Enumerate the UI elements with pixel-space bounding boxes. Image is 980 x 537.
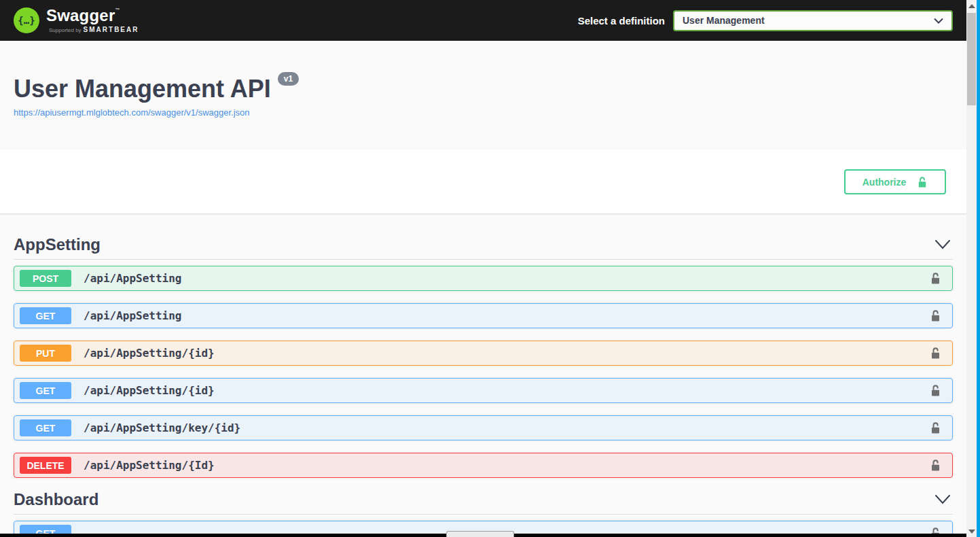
- endpoint-row[interactable]: PUT /api/AppSetting/{id}: [14, 341, 953, 366]
- endpoint-auth-lock[interactable]: [930, 272, 941, 285]
- method-badge: PUT: [20, 345, 71, 362]
- api-section: Dashboard GET: [14, 490, 953, 537]
- unlocked-padlock-icon: [930, 421, 941, 434]
- scheme-container: Authorize: [0, 150, 966, 213]
- sections: AppSetting POST /api/AppSetting GET /api…: [0, 213, 966, 537]
- method-badge: POST: [20, 270, 71, 287]
- scrollbar-up-arrow-icon[interactable]: [968, 4, 975, 8]
- endpoint-path: /api/AppSetting/key/{id}: [84, 421, 240, 434]
- unlocked-padlock-icon: [930, 272, 941, 285]
- supported-by-line: Supported bySMARTBEAR: [46, 26, 139, 33]
- swagger-ui: {…} Swagger™ Supported bySMARTBEAR Selec…: [0, 0, 966, 537]
- definition-selected-value: User Management: [683, 15, 765, 26]
- endpoint-auth-lock[interactable]: [930, 421, 941, 434]
- section-divider: [14, 259, 953, 260]
- swagger-braces-icon: {…}: [14, 7, 39, 33]
- version-badge: v1: [278, 72, 299, 86]
- taskbar-peek: [446, 531, 514, 537]
- api-section: AppSetting POST /api/AppSetting GET /api…: [14, 235, 953, 478]
- scrollbar-down-arrow-icon[interactable]: [968, 530, 975, 534]
- section-endpoints: POST /api/AppSetting GET /api/AppSetting…: [14, 266, 953, 478]
- page-title: User Management API: [14, 75, 271, 103]
- caret-down-icon: [934, 18, 943, 24]
- brand-text: Swagger™ Supported bySMARTBEAR: [46, 7, 139, 33]
- endpoint-path: /api/AppSetting: [84, 309, 182, 322]
- unlocked-padlock-icon: [930, 309, 941, 322]
- endpoint-row[interactable]: GET /api/AppSetting/key/{id}: [14, 415, 953, 440]
- unlocked-padlock-icon: [917, 176, 928, 188]
- endpoint-auth-lock[interactable]: [930, 459, 941, 472]
- endpoint-path: /api/AppSetting/{id}: [84, 347, 215, 360]
- topbar: {…} Swagger™ Supported bySMARTBEAR Selec…: [0, 0, 966, 41]
- unlocked-padlock-icon: [930, 347, 941, 360]
- endpoint-row[interactable]: GET /api/AppSetting/{id}: [14, 378, 953, 403]
- authorize-label: Authorize: [863, 177, 907, 188]
- spec-url-link[interactable]: https://apiusermgt.mlglobtech.com/swagge…: [14, 107, 250, 118]
- definition-area: Select a definition User Management: [578, 10, 953, 31]
- chevron-down-icon: [934, 239, 951, 251]
- swagger-logo[interactable]: {…} Swagger™ Supported bySMARTBEAR: [14, 7, 139, 33]
- scrollbar-thumb[interactable]: [967, 13, 976, 105]
- endpoint-row[interactable]: DELETE /api/AppSetting/{Id}: [14, 453, 953, 478]
- section-collapse-button[interactable]: [934, 493, 951, 506]
- section-divider: [14, 514, 953, 515]
- section-title: AppSetting: [14, 235, 101, 254]
- endpoint-path: /api/AppSetting/{Id}: [84, 459, 215, 472]
- trademark-mark: ™: [115, 7, 120, 12]
- definition-select-label: Select a definition: [578, 15, 665, 27]
- section-title: Dashboard: [14, 490, 98, 509]
- method-badge: GET: [20, 307, 71, 324]
- unlocked-padlock-icon: [930, 459, 941, 472]
- definition-select[interactable]: User Management: [673, 10, 953, 31]
- brand-name: Swagger: [46, 6, 115, 24]
- method-badge: DELETE: [20, 457, 71, 474]
- supported-by-label: Supported by: [49, 27, 81, 33]
- section-header[interactable]: AppSetting: [14, 235, 953, 254]
- unlocked-padlock-icon: [930, 384, 941, 397]
- endpoint-row[interactable]: POST /api/AppSetting: [14, 266, 953, 291]
- section-collapse-button[interactable]: [934, 239, 951, 251]
- authorize-button[interactable]: Authorize: [844, 169, 946, 194]
- smartbear-label: SMARTBEAR: [84, 26, 139, 33]
- endpoint-auth-lock[interactable]: [930, 347, 941, 360]
- endpoint-auth-lock[interactable]: [930, 384, 941, 397]
- endpoint-row[interactable]: GET /api/AppSetting: [14, 303, 953, 328]
- chevron-down-icon: [934, 493, 951, 506]
- endpoint-path: /api/AppSetting/{id}: [84, 384, 215, 397]
- page-scrollbar[interactable]: [966, 0, 977, 537]
- section-header[interactable]: Dashboard: [14, 490, 953, 509]
- endpoint-path: /api/AppSetting: [84, 272, 182, 285]
- window-edge-strip: [977, 0, 980, 537]
- endpoint-auth-lock[interactable]: [930, 309, 941, 322]
- method-badge: GET: [20, 382, 71, 399]
- info-section: User Management API v1 https://apiusermg…: [0, 41, 966, 150]
- method-badge: GET: [20, 419, 71, 436]
